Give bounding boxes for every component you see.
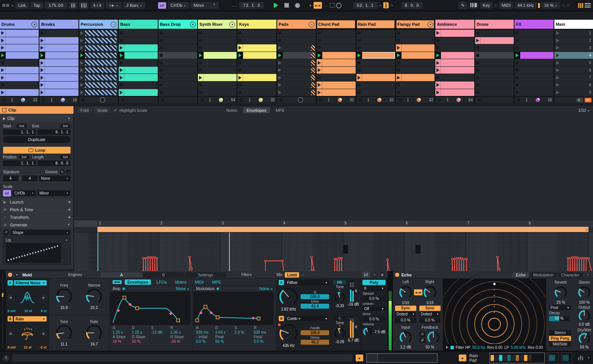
track-header[interactable]: Bass [119,20,157,30]
clip-slot[interactable] [0,59,39,67]
clip-overview-expand-button[interactable]: ▲ [356,355,363,361]
automation-breakpoint[interactable] [456,257,458,259]
track-stop-button[interactable] [201,99,204,102]
clip-slot[interactable] [396,52,435,60]
echo-output-value[interactable]: 0.0 dB [579,322,590,326]
clip-slot[interactable] [0,74,39,82]
start-set-button[interactable]: Set [16,124,27,128]
filter-a-type-select[interactable]: Filther▼ [286,280,329,285]
automation-breakpoint[interactable] [145,257,147,259]
clip-launch-button[interactable] [277,89,283,96]
echo-mode-midside[interactable]: Mid/Side [549,342,571,347]
clip-launch-button[interactable] [0,89,6,96]
generate-history-icon[interactable]: ↺ [3,229,9,235]
scale-root-menu[interactable]: C#/Db▼ [168,2,189,9]
clip-launch-button[interactable] [435,30,441,37]
clip-panel-tab[interactable]: Clip [0,106,74,114]
clip-slot[interactable] [475,59,514,67]
clip-slot[interactable] [317,82,355,89]
clip-slot[interactable] [317,37,355,45]
mod-envelope-graph[interactable] [193,292,274,325]
echo-drywet-value[interactable]: 59 % [580,345,589,349]
clip-slot[interactable] [39,37,78,45]
mod-attack-value[interactable]: 939 ms [196,330,215,334]
clip-launch-button[interactable] [39,67,45,74]
punch-in-icon[interactable]: ⌐ [379,3,382,8]
loop-length-field[interactable]: 8. 0. 0 [38,160,71,166]
scene-slot[interactable]: 1 [554,30,593,37]
track-fold-icon[interactable]: ▼ [229,22,235,27]
automation-breakpoint[interactable] [452,258,453,260]
echo-tab-echo[interactable]: Echo [513,272,529,278]
key-map-button[interactable]: Key [480,2,493,9]
echo-left-time-value[interactable]: 1/16 [395,301,416,305]
scene-launch-icon[interactable] [556,91,559,94]
clip-slot[interactable] [79,44,118,52]
clip-slot[interactable] [39,89,78,97]
clip-slot[interactable] [158,67,197,74]
clip-slot[interactable] [356,44,395,52]
tab-envelopes[interactable]: Envelopes [243,107,270,113]
narrow-knob[interactable] [85,288,103,305]
automation-breakpoint[interactable] [341,257,343,259]
section-generate[interactable]: ◎Generate▼ [1,221,73,228]
clip-slot[interactable] [515,30,553,37]
clip-slot[interactable] [277,82,316,89]
clip-slot[interactable] [515,37,553,45]
clip-slot[interactable] [356,30,395,37]
back-to-arrangement-button[interactable]: ▸≡ [585,98,591,102]
clip-launch-button[interactable] [435,67,441,74]
echo-input-value[interactable]: 3.2 dB [395,345,416,350]
clip-slot[interactable] [0,37,39,45]
amp-release-value[interactable]: 2.36 s [170,330,190,334]
clip-launch-button[interactable] [39,89,45,96]
automation-breakpoint[interactable] [567,257,569,259]
clip-slot[interactable] [158,74,197,82]
track-header[interactable]: Main [554,20,593,30]
clip-overview[interactable] [366,353,438,362]
generate-mode-select[interactable]: Shape▼ [11,230,71,235]
clip-slot[interactable] [39,74,78,82]
mix-b-level-value[interactable]: 6.7 dB [348,338,359,342]
track-stop-button[interactable] [240,99,243,102]
echo-tab-modulation[interactable]: Modulation [530,272,557,278]
scene-launch-icon[interactable] [556,53,559,57]
capture-midi-icon[interactable] [330,3,334,8]
automation-breakpoint[interactable] [588,257,590,259]
clip-slot[interactable] [39,59,78,67]
scene-slot[interactable]: 4 [554,52,593,60]
engine-a-next-icon[interactable]: ▶ [41,295,47,300]
automation-breakpoint[interactable] [313,269,315,271]
automation-breakpoint[interactable] [152,257,154,259]
automation-breakpoint[interactable] [387,259,389,261]
filter-a-drive-value[interactable]: 41.4 [301,304,329,309]
clip-slot[interactable] [396,30,435,37]
clip-slot[interactable] [158,37,197,45]
clip-slot[interactable] [317,67,355,74]
clip-launch-button[interactable] [119,44,124,52]
clip-section-header[interactable]: ▶Clip▼ [1,115,73,122]
clip-slot[interactable] [0,67,39,74]
track-stop-button[interactable] [121,99,124,102]
clip-slot[interactable] [119,67,157,74]
clip-slot[interactable] [79,37,118,45]
fold-button[interactable]: Fold [77,107,92,113]
grid-value-menu[interactable]: 1/32▼ [578,108,590,113]
echo-input-knob[interactable] [399,331,413,344]
follow-icon[interactable]: →‥ [231,3,238,8]
clip-slot[interactable] [475,89,514,97]
clip-slot[interactable] [396,59,435,67]
clip-launch-button[interactable] [119,67,124,74]
clip-launch-button[interactable] [515,52,520,59]
clip-slot[interactable] [79,59,118,67]
clip-launch-button[interactable] [79,82,85,89]
clip-launch-button[interactable] [39,44,45,52]
global-drive-value[interactable]: 0.0 % [362,317,385,322]
echo-feedback-value[interactable]: 50 % [419,345,441,350]
clip-launch-button[interactable] [435,89,441,96]
track-menu-icon[interactable]: ≡ [309,22,314,27]
section-transform[interactable]: ◔Transform◀ [1,213,73,221]
clip-slot[interactable] [396,89,435,97]
session-view-toggle-icon[interactable] [578,3,583,8]
freq-knob[interactable] [55,288,73,305]
